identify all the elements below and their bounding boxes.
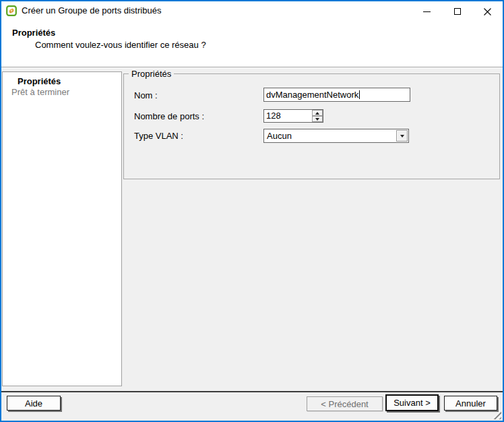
close-button[interactable] bbox=[472, 1, 503, 22]
dialog-window: Créer un Groupe de ports distribués Prop… bbox=[0, 0, 504, 422]
help-button[interactable]: Aide bbox=[7, 396, 61, 411]
titlebar[interactable]: Créer un Groupe de ports distribués bbox=[1, 1, 503, 22]
caption-buttons bbox=[412, 1, 503, 22]
spin-down-button[interactable] bbox=[312, 116, 323, 122]
maximize-icon bbox=[454, 8, 461, 15]
spin-up-button[interactable] bbox=[312, 110, 323, 116]
minimize-button[interactable] bbox=[412, 1, 442, 22]
ports-stepper[interactable]: 128 bbox=[263, 109, 323, 123]
sidebar-item-proprietes[interactable]: Propriétés bbox=[3, 76, 121, 87]
dropdown-arrow-icon bbox=[400, 135, 404, 138]
wizard-step-title: Propriétés bbox=[12, 28, 55, 38]
maximize-button[interactable] bbox=[442, 1, 472, 22]
text-caret bbox=[359, 90, 360, 99]
window-title: Créer un Groupe de ports distribués bbox=[22, 1, 161, 22]
ports-label: Nombre de ports : bbox=[134, 111, 204, 121]
wizard-steps-panel: Propriétés Prêt à terminer bbox=[2, 71, 122, 386]
previous-button: < Précédent bbox=[307, 396, 383, 411]
chevron-up-icon bbox=[315, 112, 319, 115]
groupbox-legend: Propriétés bbox=[129, 69, 174, 79]
properties-groupbox: Propriétés Nom : dvManagementNetwork Nom… bbox=[123, 73, 500, 179]
close-icon bbox=[484, 8, 491, 16]
spinner-buttons bbox=[312, 110, 323, 122]
name-input[interactable]: dvManagementNetwork bbox=[263, 88, 410, 102]
next-button[interactable]: Suivant > bbox=[385, 394, 439, 411]
footer-separator bbox=[1, 391, 503, 392]
minimize-icon bbox=[423, 11, 431, 12]
vlan-type-select[interactable]: Aucun bbox=[263, 129, 409, 143]
cancel-button[interactable]: Annuler bbox=[444, 396, 497, 411]
vsphere-client-icon bbox=[6, 5, 17, 16]
name-label: Nom : bbox=[134, 90, 158, 100]
ports-value: 128 bbox=[264, 110, 312, 122]
sidebar-item-pret-a-terminer[interactable]: Prêt à terminer bbox=[3, 87, 121, 98]
chevron-down-icon bbox=[315, 118, 319, 121]
dropdown-button[interactable] bbox=[396, 130, 408, 142]
vlan-type-value: Aucun bbox=[264, 131, 396, 141]
wizard-header: Propriétés Comment voulez-vous identifie… bbox=[1, 22, 503, 67]
vlan-type-label: Type VLAN : bbox=[134, 131, 183, 141]
wizard-step-subtitle: Comment voulez-vous identifier ce réseau… bbox=[35, 40, 206, 50]
name-input-value: dvManagementNetwork bbox=[266, 90, 358, 100]
